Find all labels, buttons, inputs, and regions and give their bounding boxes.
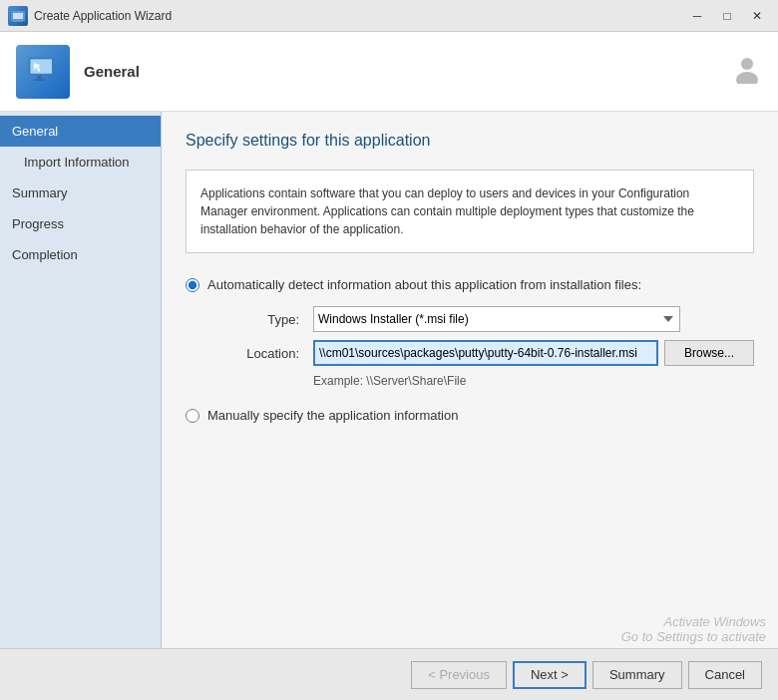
browse-button[interactable]: Browse... — [664, 340, 754, 366]
wizard-header-icon — [16, 45, 70, 99]
radio-section-auto: Automatically detect information about t… — [186, 277, 754, 388]
svg-rect-5 — [30, 59, 52, 73]
sidebar-item-import-information[interactable]: Import Information — [0, 147, 161, 177]
person-icon — [732, 54, 762, 90]
content-area: Specify settings for this application Ap… — [162, 112, 778, 648]
content-title: Specify settings for this application — [186, 132, 754, 150]
svg-point-10 — [736, 72, 758, 84]
svg-rect-3 — [13, 21, 23, 22]
wizard-body: General Import Information Summary Progr… — [0, 112, 778, 648]
previous-button[interactable]: < Previous — [411, 661, 507, 689]
type-form-group: Type: Windows Installer (*.msi file)App-… — [207, 306, 754, 332]
watermark-line2: Go to Settings to activate — [621, 629, 766, 644]
wizard-header: General — [0, 32, 778, 112]
close-button[interactable]: ✕ — [744, 5, 770, 27]
next-button[interactable]: Next > — [513, 661, 586, 689]
minimize-button[interactable]: ─ — [684, 5, 710, 27]
title-bar-text: Create Application Wizard — [34, 9, 684, 23]
description-box: Applications contain software that you c… — [186, 170, 754, 253]
title-bar: Create Application Wizard ─ □ ✕ — [0, 0, 778, 32]
sidebar-item-progress[interactable]: Progress — [0, 208, 161, 239]
description-text: Applications contain software that you c… — [200, 186, 694, 236]
sidebar-item-completion[interactable]: Completion — [0, 239, 161, 270]
maximize-button[interactable]: □ — [714, 5, 740, 27]
content-inner: Specify settings for this application Ap… — [162, 112, 778, 610]
auto-detect-row: Automatically detect information about t… — [186, 277, 754, 292]
location-input[interactable] — [313, 340, 658, 366]
example-text: Example: \\Server\Share\File — [313, 374, 754, 388]
location-form-group: Location: Browse... — [207, 340, 754, 366]
radio-section-manual: Manually specify the application informa… — [186, 408, 754, 423]
sidebar-item-summary[interactable]: Summary — [0, 177, 161, 208]
wizard-footer: < Previous Next > Summary Cancel — [0, 648, 778, 700]
manual-radio[interactable] — [186, 409, 199, 423]
watermark-line1: Activate Windows — [664, 614, 766, 629]
manual-row: Manually specify the application informa… — [186, 408, 754, 423]
wizard-header-title: General — [84, 63, 140, 80]
svg-point-9 — [741, 58, 753, 70]
manual-label[interactable]: Manually specify the application informa… — [207, 408, 458, 423]
type-label: Type: — [207, 312, 307, 327]
cancel-button[interactable]: Cancel — [688, 661, 762, 689]
svg-rect-1 — [13, 13, 23, 19]
svg-rect-7 — [34, 79, 45, 81]
type-select[interactable]: Windows Installer (*.msi file)App-V 4.xA… — [313, 306, 680, 332]
auto-detect-radio[interactable] — [186, 278, 199, 292]
app-icon — [8, 6, 28, 26]
sidebar: General Import Information Summary Progr… — [0, 112, 162, 648]
auto-detect-label[interactable]: Automatically detect information about t… — [207, 277, 641, 292]
summary-button[interactable]: Summary — [592, 661, 682, 689]
sidebar-item-general[interactable]: General — [0, 116, 161, 147]
location-label: Location: — [207, 346, 307, 361]
watermark: Activate Windows Go to Settings to activ… — [162, 610, 778, 648]
title-bar-controls[interactable]: ─ □ ✕ — [684, 5, 770, 27]
